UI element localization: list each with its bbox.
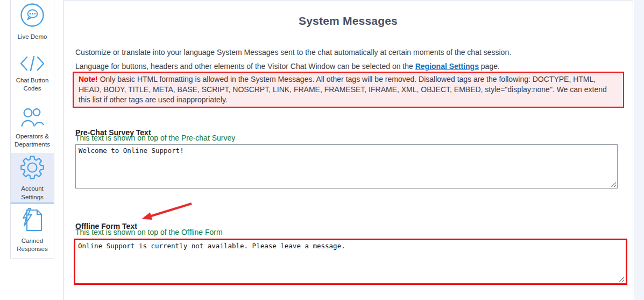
- sidebar-item-label: Live Demo: [18, 33, 47, 41]
- offline-form-hint: This text is shown on top of the Offline…: [75, 228, 223, 236]
- intro-paragraph-1: Customize or translate into your languag…: [75, 48, 511, 57]
- code-icon: [20, 56, 45, 74]
- sidebar-item-account-settings[interactable]: Account Settings: [11, 153, 54, 204]
- pre-chat-survey-textarea[interactable]: Welcome to Online Support!: [75, 144, 618, 189]
- offline-form-textarea[interactable]: Online Support is currently not availabl…: [74, 239, 627, 285]
- intro-paragraph-2: Language for buttons, headers and other …: [75, 62, 500, 71]
- intro-2-prefix: Language for buttons, headers and other …: [75, 62, 415, 71]
- sidebar-item-label: Chat Button Codes: [13, 76, 52, 93]
- canned-response-icon: [21, 208, 44, 234]
- pre-chat-survey-field-wrap: Welcome to Online Support!: [75, 144, 618, 189]
- offline-form-field-wrap: Online Support is currently not availabl…: [74, 239, 627, 285]
- chat-bubble-icon: [20, 3, 45, 30]
- sidebar-item-operators-departments[interactable]: Operators & Departments: [11, 103, 54, 153]
- gear-icon: [20, 155, 45, 183]
- sidebar-item-label: Canned Responses: [13, 237, 52, 254]
- sidebar-item-canned-responses[interactable]: Canned Responses: [11, 204, 54, 258]
- page-background-gutter: [634, 0, 644, 300]
- annotation-arrow: [136, 201, 195, 223]
- note-banner: Note! Only basic HTML formatting is allo…: [73, 72, 624, 108]
- sidebar-item-chat-button-codes[interactable]: Chat Button Codes: [11, 46, 54, 103]
- sidebar: Live Demo Chat Button Codes Operators & …: [10, 0, 54, 259]
- users-icon: [20, 107, 45, 130]
- note-label: Note!: [79, 75, 98, 83]
- pre-chat-survey-hint: This text is shown on top of the Pre-cha…: [75, 134, 235, 142]
- intro-2-suffix: page.: [479, 62, 500, 71]
- sidebar-item-label: Account Settings: [13, 185, 52, 201]
- system-messages-panel: System Messages Customize or translate i…: [63, 1, 633, 300]
- regional-settings-link[interactable]: Regional Settings: [415, 62, 479, 71]
- page-title: System Messages: [63, 15, 633, 27]
- note-text: Only basic HTML formatting is allowed in…: [79, 75, 607, 104]
- sidebar-item-label: Operators & Departments: [13, 132, 52, 149]
- sidebar-item-live-demo[interactable]: Live Demo: [11, 0, 54, 46]
